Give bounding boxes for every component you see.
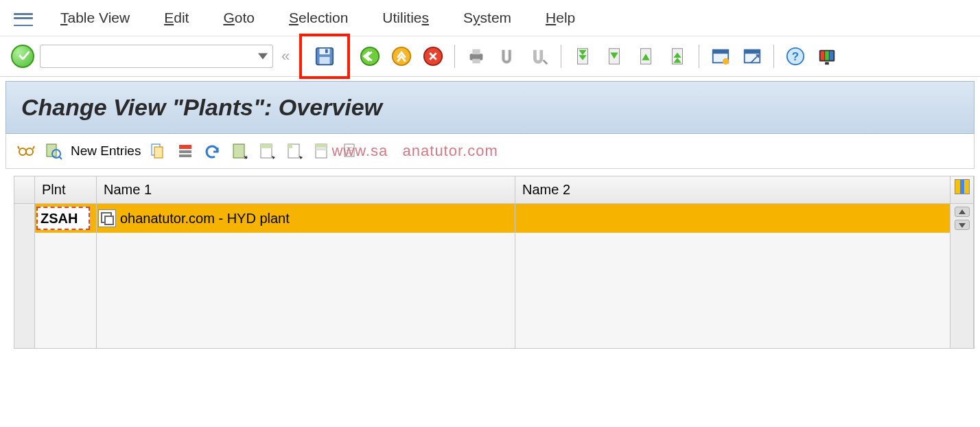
svg-rect-34 xyxy=(179,154,191,157)
undo-button[interactable] xyxy=(202,141,223,161)
help-button[interactable]: ? xyxy=(782,43,808,69)
table-row-empty xyxy=(14,262,974,290)
scroll-cell xyxy=(950,204,974,233)
layout-icon xyxy=(817,46,837,67)
row-selector[interactable] xyxy=(14,204,35,233)
menu-goto[interactable]: Goto xyxy=(223,10,255,26)
select-all-icon xyxy=(231,142,249,160)
last-page-button[interactable] xyxy=(664,43,690,69)
print-icon xyxy=(466,46,487,67)
svg-rect-39 xyxy=(288,144,292,148)
svg-rect-32 xyxy=(179,145,191,149)
svg-rect-24 xyxy=(830,51,834,60)
menu-help[interactable]: Help xyxy=(546,10,575,26)
next-page-button[interactable] xyxy=(633,43,659,69)
command-dropdown-icon[interactable] xyxy=(258,54,268,60)
menu-table-view[interactable]: Table View xyxy=(60,10,130,26)
undo-icon xyxy=(204,142,222,160)
config-icon xyxy=(314,142,331,160)
last-page-icon xyxy=(667,46,688,67)
page-title: Change View "Plants": Overview xyxy=(5,81,975,134)
scroll-up-button[interactable] xyxy=(955,207,970,217)
table-settings-icon xyxy=(955,179,970,194)
watermark-text: www.sa anatutor.com xyxy=(331,142,498,160)
create-shortcut-button[interactable] xyxy=(739,43,765,69)
table-row[interactable]: ohanatutor.com - HYD plant xyxy=(14,204,974,233)
new-entries-button[interactable]: New Entries xyxy=(71,143,141,159)
delete-icon xyxy=(176,142,194,160)
cell-name1[interactable]: ohanatutor.com - HYD plant xyxy=(97,204,515,233)
menu-edit[interactable]: Edit xyxy=(164,10,189,26)
svg-rect-37 xyxy=(261,144,272,148)
delete-button[interactable] xyxy=(175,141,196,161)
exit-button[interactable] xyxy=(388,43,415,69)
new-session-button[interactable] xyxy=(708,43,734,69)
cell-plnt[interactable] xyxy=(35,204,97,233)
deselect-icon xyxy=(286,142,304,160)
config-button[interactable] xyxy=(312,141,333,161)
svg-rect-18 xyxy=(745,50,760,54)
col-configure[interactable] xyxy=(950,176,974,203)
svg-rect-35 xyxy=(233,144,244,158)
save-button-highlight xyxy=(299,34,350,79)
standard-toolbar: « xyxy=(0,36,980,77)
glasses-icon xyxy=(17,142,35,160)
menu-system[interactable]: System xyxy=(463,10,511,26)
back-icon xyxy=(360,46,380,67)
name1-text: ohanatutor.com - HYD plant xyxy=(120,211,290,227)
find-icon xyxy=(498,46,518,67)
find-next-button[interactable] xyxy=(526,43,552,69)
menu-selection[interactable]: Selection xyxy=(289,10,348,26)
layout-button[interactable] xyxy=(814,43,840,69)
col-name2[interactable]: Name 2 xyxy=(515,176,950,203)
cancel-button[interactable] xyxy=(420,43,446,69)
svg-rect-8 xyxy=(473,49,480,55)
svg-rect-31 xyxy=(154,147,163,158)
cell-name2[interactable] xyxy=(515,204,950,233)
toolbar-separator xyxy=(773,45,774,68)
svg-rect-33 xyxy=(179,150,191,153)
enter-button[interactable] xyxy=(11,45,34,68)
scroll-down-button[interactable] xyxy=(955,220,970,230)
svg-point-16 xyxy=(723,58,729,65)
plnt-input[interactable] xyxy=(36,207,90,230)
window-menu-icon[interactable] xyxy=(14,10,33,26)
table-row-empty xyxy=(14,319,974,348)
svg-rect-41 xyxy=(316,144,327,148)
f4-help-icon[interactable] xyxy=(98,209,116,227)
svg-rect-15 xyxy=(713,50,729,54)
next-page-icon xyxy=(635,46,656,67)
select-block-button[interactable] xyxy=(257,141,278,161)
col-plnt[interactable]: Plnt xyxy=(35,176,97,203)
command-field[interactable] xyxy=(40,45,273,68)
col-name1[interactable]: Name 1 xyxy=(97,176,515,203)
prev-page-button[interactable] xyxy=(601,43,627,69)
save-button[interactable] xyxy=(312,43,338,69)
svg-rect-2 xyxy=(320,57,330,64)
first-page-button[interactable] xyxy=(570,43,596,69)
svg-rect-25 xyxy=(825,62,829,65)
svg-rect-1 xyxy=(320,49,330,54)
application-toolbar: New Entries www.sa anatutor.com xyxy=(5,134,975,169)
copy-icon xyxy=(149,142,167,160)
find-button[interactable] xyxy=(495,43,521,69)
find-next-icon xyxy=(529,46,550,67)
glasses-button[interactable] xyxy=(16,141,36,161)
svg-text:?: ? xyxy=(792,50,799,63)
col-select[interactable] xyxy=(14,176,35,203)
svg-rect-42 xyxy=(316,148,327,150)
menu-utilities[interactable]: Utilities xyxy=(382,10,429,26)
svg-point-27 xyxy=(26,148,33,155)
select-block-icon xyxy=(259,142,277,160)
copy-button[interactable] xyxy=(148,141,168,161)
select-all-button[interactable] xyxy=(230,141,250,161)
svg-rect-9 xyxy=(473,59,480,64)
toolbar-separator xyxy=(699,45,699,68)
back-button[interactable] xyxy=(357,43,383,69)
print-button[interactable] xyxy=(463,43,489,69)
svg-rect-3 xyxy=(325,49,328,54)
detail-button[interactable] xyxy=(43,141,64,161)
save-icon xyxy=(314,46,335,67)
svg-rect-22 xyxy=(821,51,825,60)
deselect-all-button[interactable] xyxy=(285,141,305,161)
